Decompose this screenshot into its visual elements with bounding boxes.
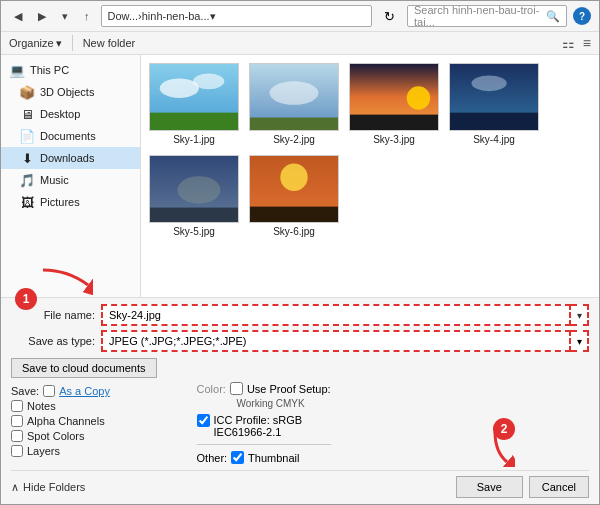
music-icon: 🎵 xyxy=(19,172,35,188)
filename-row: File name: ▾ xyxy=(11,304,589,326)
help-button[interactable]: ? xyxy=(573,7,591,25)
sidebar-label-documents: Documents xyxy=(40,130,96,142)
list-item[interactable]: Sky-4.jpg xyxy=(449,63,539,145)
back-button[interactable]: ◀ xyxy=(9,7,27,26)
sidebar-label-pictures: Pictures xyxy=(40,196,80,208)
sidebar-item-pictures[interactable]: 🖼 Pictures xyxy=(1,191,140,213)
file-name: Sky-1.jpg xyxy=(173,134,215,145)
filename-input[interactable] xyxy=(101,304,571,326)
svg-rect-15 xyxy=(150,208,238,223)
icc-row: ICC Profile: sRGB IEC61966-2.1 xyxy=(197,414,331,438)
svg-point-17 xyxy=(280,164,307,191)
use-proof-checkbox[interactable] xyxy=(230,382,243,395)
save-button[interactable]: Save xyxy=(456,476,523,498)
file-grid: Sky-1.jpg Sky-2.jpg Sky-3.jpg xyxy=(141,55,599,297)
svg-point-5 xyxy=(270,81,319,104)
list-item[interactable]: Sky-5.jpg xyxy=(149,155,239,237)
sidebar-item-downloads[interactable]: ⬇ Downloads xyxy=(1,147,140,169)
sidebar-label-music: Music xyxy=(40,174,69,186)
filename-dropdown-button[interactable]: ▾ xyxy=(571,304,589,326)
organize-button[interactable]: Organize ▾ xyxy=(9,37,62,50)
file-thumbnail xyxy=(349,63,439,131)
other-label: Other: xyxy=(197,452,228,464)
file-thumbnail xyxy=(249,155,339,223)
filename-label: File name: xyxy=(11,309,101,321)
svg-rect-18 xyxy=(250,207,338,223)
breadcrumb-folder: hinh-nen-ba... xyxy=(142,10,210,22)
alpha-channels-row: Alpha Channels xyxy=(11,415,157,427)
list-item[interactable]: Sky-3.jpg xyxy=(349,63,439,145)
layers-row: Layers xyxy=(11,445,157,457)
sidebar-item-this-pc[interactable]: 💻 This PC xyxy=(1,59,140,81)
dropdown-button[interactable]: ▾ xyxy=(57,7,73,26)
refresh-button[interactable]: ↻ xyxy=(378,6,401,27)
file-name: Sky-2.jpg xyxy=(273,134,315,145)
list-item[interactable]: Sky-1.jpg xyxy=(149,63,239,145)
toolbar-divider xyxy=(72,35,73,51)
forward-button[interactable]: ▶ xyxy=(33,7,51,26)
breadcrumb[interactable]: Dow... › hinh-nen-ba... ▾ xyxy=(101,5,373,27)
file-name: Sky-6.jpg xyxy=(273,226,315,237)
desktop-icon: 🖥 xyxy=(19,106,35,122)
svg-point-8 xyxy=(407,86,430,109)
sidebar-item-music[interactable]: 🎵 Music xyxy=(1,169,140,191)
spot-colors-checkbox[interactable] xyxy=(11,430,23,442)
svg-point-11 xyxy=(472,75,507,91)
cancel-button[interactable]: Cancel xyxy=(529,476,589,498)
arrow-1 xyxy=(38,265,93,298)
sidebar-label-3d-objects: 3D Objects xyxy=(40,86,94,98)
sidebar-item-3d-objects[interactable]: 📦 3D Objects xyxy=(1,81,140,103)
use-proof-label: Use Proof Setup: xyxy=(247,383,331,395)
search-icon[interactable]: 🔍 xyxy=(546,10,560,23)
other-row: Other: Thumbnail xyxy=(197,451,331,464)
bottom-panel: File name: ▾ Save as type: JPEG (*.JPG;*… xyxy=(1,297,599,504)
save-row: Save: As a Copy xyxy=(11,385,157,397)
sidebar-label-downloads: Downloads xyxy=(40,152,94,164)
this-pc-icon: 💻 xyxy=(9,62,25,78)
save-cloud-button[interactable]: Save to cloud documents xyxy=(11,358,157,378)
file-name: Sky-4.jpg xyxy=(473,134,515,145)
color-label: Color: xyxy=(197,383,226,395)
filetype-select[interactable]: JPEG (*.JPG;*.JPEG;*.JPE) xyxy=(101,330,571,352)
sidebar-label-this-pc: This PC xyxy=(30,64,69,76)
file-name: Sky-3.jpg xyxy=(373,134,415,145)
list-item[interactable]: Sky-2.jpg xyxy=(249,63,339,145)
search-placeholder: Search hinh-nen-bau-troi-tai... xyxy=(414,4,542,28)
list-item[interactable]: Sky-6.jpg xyxy=(249,155,339,237)
left-options: Save to cloud documents Save: As a Copy … xyxy=(11,358,157,464)
working-cmyk-label: Working CMYK xyxy=(197,398,331,409)
sidebar-item-desktop[interactable]: 🖥 Desktop xyxy=(1,103,140,125)
icc-profile-checkbox[interactable] xyxy=(197,414,210,427)
svg-point-2 xyxy=(193,74,224,90)
file-thumbnail xyxy=(249,63,339,131)
hide-folders-button[interactable]: ∧ Hide Folders xyxy=(11,481,85,494)
up-button[interactable]: ↑ xyxy=(79,7,95,25)
alpha-channels-label: Alpha Channels xyxy=(27,415,105,427)
layers-label: Layers xyxy=(27,445,60,457)
filetype-row: Save as type: JPEG (*.JPG;*.JPEG;*.JPE) … xyxy=(11,330,589,352)
view-list-button[interactable]: ≡ xyxy=(583,35,591,51)
breadcrumb-dropdown-icon: ▾ xyxy=(210,10,216,23)
color-row: Color: Use Proof Setup: xyxy=(197,382,331,395)
view-icon-button[interactable]: ⚏ xyxy=(562,35,575,51)
notes-checkbox[interactable] xyxy=(11,400,23,412)
3d-objects-icon: 📦 xyxy=(19,84,35,100)
icc-profile-label: ICC Profile: sRGB IEC61966-2.1 xyxy=(214,414,303,438)
footer-row: ∧ Hide Folders Save Cancel xyxy=(11,470,589,498)
layers-checkbox[interactable] xyxy=(11,445,23,457)
pictures-icon: 🖼 xyxy=(19,194,35,210)
file-thumbnail xyxy=(449,63,539,131)
main-area: 💻 This PC 📦 3D Objects 🖥 Desktop 📄 Docum… xyxy=(1,55,599,297)
new-folder-button[interactable]: New folder xyxy=(83,37,136,49)
alpha-channels-checkbox[interactable] xyxy=(11,415,23,427)
spot-colors-label: Spot Colors xyxy=(27,430,84,442)
arrow-2 xyxy=(475,432,515,470)
thumbnail-checkbox[interactable] xyxy=(231,451,244,464)
notes-label: Notes xyxy=(27,400,56,412)
breadcrumb-prefix: Dow... xyxy=(108,10,139,22)
save-label: Save: xyxy=(11,385,39,397)
filetype-dropdown-button[interactable]: ▾ xyxy=(571,330,589,352)
as-copy-checkbox[interactable] xyxy=(43,385,55,397)
sidebar-item-documents[interactable]: 📄 Documents xyxy=(1,125,140,147)
svg-rect-6 xyxy=(250,118,338,131)
